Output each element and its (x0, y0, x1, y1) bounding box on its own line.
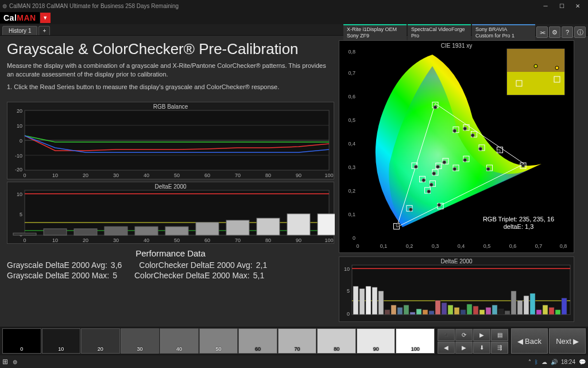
svg-rect-137 (448, 305, 453, 315)
device-display[interactable]: Sony BRAVIACustom for Pro 1 (472, 24, 535, 40)
svg-rect-125 (372, 287, 377, 315)
info-icon[interactable]: ⓘ (574, 26, 586, 38)
window-title: CalMAN 2018 CalMAN Ultimate for Business… (9, 3, 179, 9)
refresh-icon[interactable]: ⟳ (455, 329, 473, 341)
next-button[interactable]: Next▶ (549, 328, 586, 354)
svg-rect-154 (555, 310, 560, 315)
back-button[interactable]: ◀Back (511, 328, 548, 354)
close-button[interactable]: ✕ (570, 0, 586, 12)
patch-70[interactable]: 70 (278, 328, 317, 354)
svg-rect-123 (359, 289, 365, 315)
svg-rect-37 (318, 214, 335, 235)
svg-point-100 (443, 160, 446, 164)
patch-100[interactable]: 100 (396, 328, 435, 354)
grayscale-patches: 0102030405060708090100 ◾ ⟳ ▶ ▤ ◀ ▶ ⬇ ⇶ ◀… (0, 327, 588, 355)
svg-text:70: 70 (235, 237, 241, 243)
svg-point-107 (430, 183, 433, 186)
svg-rect-32 (165, 227, 188, 235)
menu-dropdown-button[interactable]: ▼ (40, 13, 51, 23)
patch-10[interactable]: 10 (42, 328, 81, 354)
layers-icon[interactable]: ▤ (491, 329, 508, 341)
svg-text:10: 10 (17, 123, 22, 129)
svg-rect-142 (479, 310, 485, 315)
svg-text:0: 0 (23, 172, 26, 178)
patch-40[interactable]: 40 (160, 328, 199, 354)
link-icon[interactable]: ⫘ (536, 26, 548, 38)
svg-rect-35 (257, 218, 280, 235)
tray-chevron-icon[interactable]: ˄ (528, 359, 531, 365)
next-patch-icon[interactable]: ▶ (455, 342, 473, 354)
svg-rect-129 (397, 308, 403, 315)
minimize-button[interactable]: ─ (537, 0, 554, 12)
svg-point-89 (521, 164, 525, 167)
patch-30[interactable]: 30 (121, 328, 160, 354)
patch-60[interactable]: 60 (238, 328, 277, 354)
step-1: 1. Click the Read Series button to measu… (7, 83, 334, 91)
device-meter[interactable]: X-Rite i1Display OEMSony ZF9 (343, 24, 407, 40)
svg-rect-132 (416, 309, 421, 315)
patch-80[interactable]: 80 (317, 328, 356, 354)
brand-bar: CalMAN ▼ (0, 12, 588, 24)
taskbar-app-icon[interactable]: ⊚ (13, 359, 17, 365)
bluetooth-icon[interactable]: ᛒ (535, 359, 538, 365)
svg-text:0,3: 0,3 (348, 164, 355, 170)
svg-rect-134 (429, 310, 434, 315)
stop-icon[interactable]: ◾ (438, 329, 455, 341)
action-center-icon[interactable]: 💬 (579, 359, 586, 365)
tab-history1[interactable]: History 1 (2, 26, 37, 35)
window-titlebar: ⊚ CalMAN 2018 CalMAN Ultimate for Busine… (0, 0, 588, 12)
svg-rect-130 (404, 305, 409, 315)
svg-text:0,4: 0,4 (348, 141, 355, 147)
play-icon[interactable]: ▶ (473, 329, 490, 341)
series-icon[interactable]: ⇶ (491, 342, 508, 354)
svg-text:100: 100 (324, 237, 333, 243)
patch-20[interactable]: 20 (81, 328, 120, 354)
svg-point-108 (409, 208, 412, 211)
patch-50[interactable]: 50 (199, 328, 238, 354)
svg-rect-155 (562, 298, 567, 315)
volume-icon[interactable]: 🔊 (551, 359, 558, 365)
svg-rect-33 (196, 223, 219, 235)
read-icon[interactable]: ⬇ (473, 342, 490, 354)
svg-rect-141 (473, 306, 478, 315)
page-title: Grayscale & ColorChecker® Pre-Calibratio… (7, 40, 334, 58)
svg-text:0,7: 0,7 (348, 70, 355, 76)
patch-0[interactable]: 0 (2, 328, 41, 354)
deltae-gray-svg: 10 5 0 0102030405060708090100 (7, 182, 335, 244)
svg-rect-135 (435, 300, 440, 315)
prev-patch-icon[interactable]: ◀ (438, 342, 455, 354)
svg-rect-30 (105, 227, 127, 235)
svg-text:40: 40 (144, 237, 149, 243)
svg-text:20: 20 (83, 237, 88, 243)
onedrive-icon[interactable]: ☁ (541, 359, 547, 365)
svg-text:0,8: 0,8 (348, 49, 355, 55)
svg-text:20: 20 (83, 172, 88, 178)
svg-point-114 (555, 66, 559, 70)
svg-rect-151 (536, 310, 541, 315)
svg-rect-139 (461, 310, 466, 315)
device-source[interactable]: SpectraCal VideoForge Pro (408, 24, 471, 40)
help-icon[interactable]: ? (562, 26, 573, 38)
tab-add[interactable]: + (38, 26, 50, 35)
svg-text:0,2: 0,2 (348, 188, 355, 194)
svg-rect-122 (353, 286, 358, 315)
windows-taskbar[interactable]: ⊞ ⊚ ˄ ᛒ ☁ 🔊 18:24 💬 (0, 355, 588, 368)
svg-rect-28 (44, 229, 67, 235)
maximize-button[interactable]: ☐ (554, 0, 570, 12)
svg-rect-127 (385, 310, 390, 315)
svg-rect-152 (543, 305, 548, 315)
start-icon[interactable]: ⊞ (2, 358, 8, 366)
svg-text:0,8: 0,8 (560, 243, 567, 249)
app-logo: CalMAN (0, 12, 40, 24)
svg-text:0,6: 0,6 (348, 94, 355, 99)
svg-text:50: 50 (174, 237, 180, 243)
svg-point-101 (453, 167, 457, 171)
clock[interactable]: 18:24 (561, 359, 575, 365)
system-tray[interactable]: ˄ ᛒ ☁ 🔊 18:24 💬 (528, 359, 586, 365)
patch-90[interactable]: 90 (357, 328, 396, 354)
svg-rect-144 (492, 305, 497, 315)
svg-point-105 (497, 150, 500, 153)
svg-rect-34 (226, 220, 249, 235)
svg-rect-111 (507, 72, 564, 95)
settings-icon[interactable]: ⚙ (549, 26, 560, 38)
